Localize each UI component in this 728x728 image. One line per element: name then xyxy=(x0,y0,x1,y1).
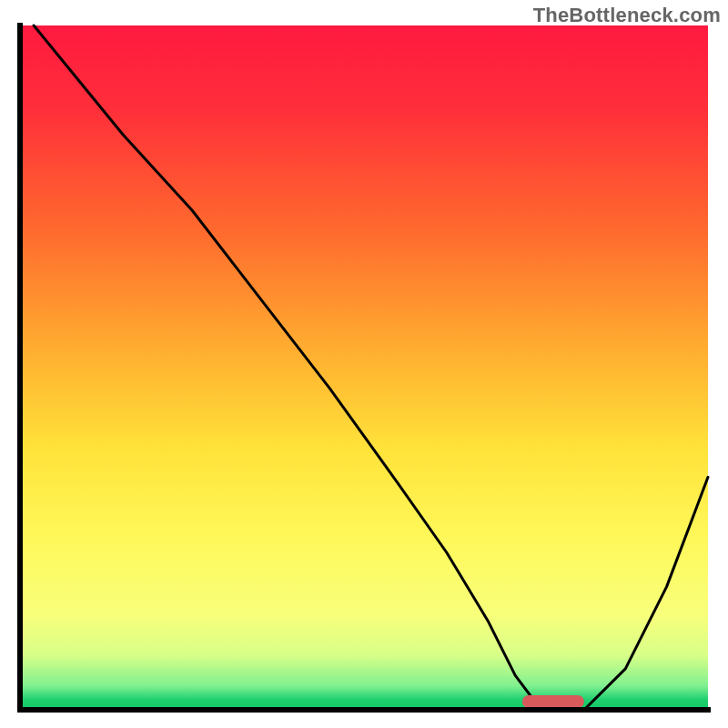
bottleneck-chart: TheBottleneck.com xyxy=(0,0,728,728)
chart-svg xyxy=(0,0,728,728)
watermark-text: TheBottleneck.com xyxy=(533,4,721,27)
optimal-marker xyxy=(522,695,584,708)
chart-background xyxy=(20,25,708,710)
